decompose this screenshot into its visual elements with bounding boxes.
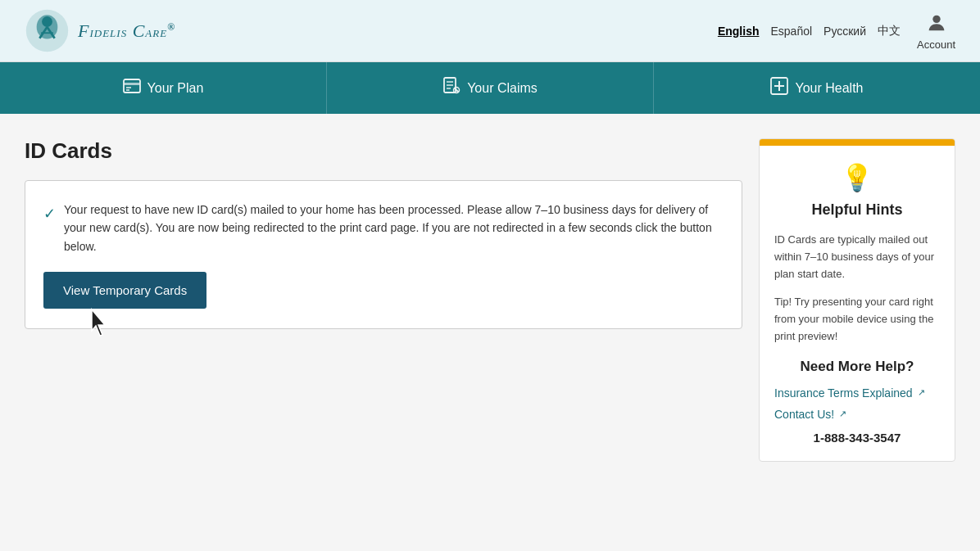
notification-message: Your request to have new ID card(s) mail…	[64, 201, 724, 255]
nav-your-claims[interactable]: Your Claims	[327, 62, 654, 114]
svg-marker-19	[92, 309, 105, 336]
lang-english[interactable]: English	[718, 25, 760, 38]
svg-rect-8	[124, 83, 140, 85]
sidebar: 💡 Helpful Hints ID Cards are typically m…	[759, 138, 955, 462]
external-link-icon-insurance: ↗︎	[918, 387, 925, 398]
helpful-hints-card: 💡 Helpful Hints ID Cards are typically m…	[759, 138, 955, 462]
helpful-hints-title: Helpful Hints	[774, 201, 940, 219]
main-navigation: Your Plan Your Claims Your Health	[0, 62, 980, 114]
nav-your-claims-label: Your Claims	[467, 81, 538, 96]
insurance-terms-label: Insurance Terms Explained	[774, 386, 913, 400]
nav-your-health-label: Your Health	[795, 81, 863, 96]
lang-russian[interactable]: Русский	[823, 25, 866, 38]
page-title: ID Cards	[25, 138, 742, 164]
lang-chinese[interactable]: 中文	[878, 24, 901, 38]
page-content: ID Cards ✓ Your request to have new ID c…	[0, 114, 980, 486]
phone-number: 1-888-343-3547	[774, 431, 940, 445]
language-selector: English Español Русский 中文	[718, 24, 901, 38]
check-icon: ✓	[43, 202, 56, 226]
account-icon	[925, 11, 948, 37]
nav-your-health[interactable]: Your Health	[654, 62, 980, 114]
hints-body: 💡 Helpful Hints ID Cards are typically m…	[760, 146, 955, 461]
nav-your-plan-label: Your Plan	[147, 81, 204, 96]
logo-area[interactable]: Fidelis Care®	[25, 8, 175, 53]
hints-header-bar	[760, 139, 955, 146]
header-right: English Español Русский 中文 Account	[718, 11, 955, 51]
nav-your-plan[interactable]: Your Plan	[0, 62, 327, 114]
hint-2-text: Tip! Try presenting your card right from…	[774, 294, 940, 345]
hint-1-text: ID Cards are typically mailed out within…	[774, 232, 940, 282]
account-label: Account	[917, 38, 955, 51]
notification-text: ✓ Your request to have new ID card(s) ma…	[43, 201, 724, 255]
your-plan-icon	[123, 79, 141, 97]
notification-box: ✓ Your request to have new ID card(s) ma…	[25, 180, 742, 329]
your-health-icon	[770, 77, 788, 99]
your-claims-icon	[442, 77, 461, 99]
fidelis-logo-icon	[25, 8, 70, 53]
svg-point-6	[932, 15, 940, 22]
logo-text: Fidelis Care®	[78, 20, 175, 42]
lang-espanol[interactable]: Español	[770, 25, 812, 38]
main-area: ID Cards ✓ Your request to have new ID c…	[25, 138, 742, 462]
view-temporary-cards-button[interactable]: View Temporary Cards	[43, 272, 206, 309]
bulb-icon: 💡	[774, 162, 940, 193]
site-header: Fidelis Care® English Español Русский 中文…	[0, 0, 980, 62]
contact-us-link[interactable]: Contact Us! ↗︎	[774, 408, 940, 421]
contact-us-label: Contact Us!	[774, 408, 834, 421]
account-button[interactable]: Account	[917, 11, 955, 51]
svg-point-2	[42, 16, 52, 27]
mouse-cursor-icon	[88, 308, 111, 337]
need-more-help-title: Need More Help?	[774, 359, 940, 375]
external-link-icon-contact: ↗︎	[839, 409, 846, 419]
insurance-terms-link[interactable]: Insurance Terms Explained ↗︎	[774, 386, 940, 400]
